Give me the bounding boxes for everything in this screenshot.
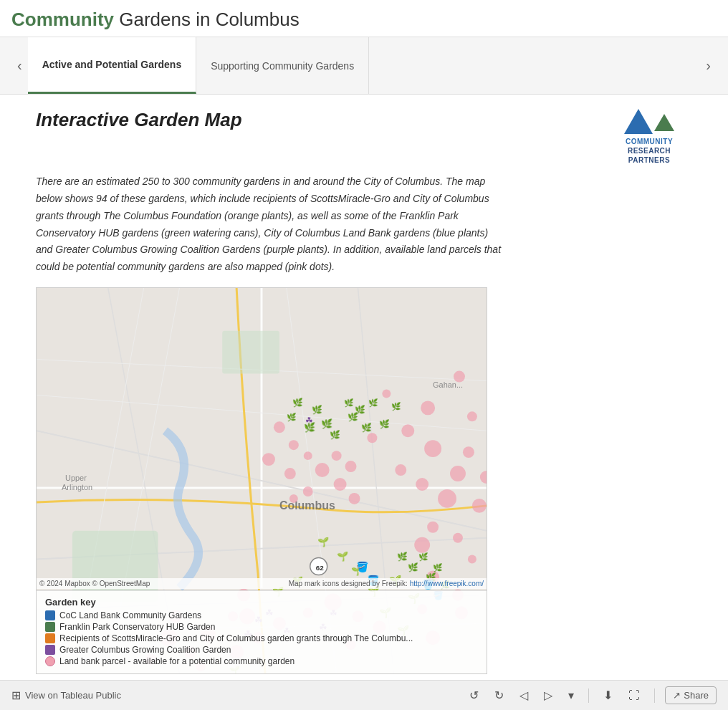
svg-text:🌿: 🌿: [292, 397, 303, 408]
svg-point-37: [427, 522, 439, 533]
redo-button[interactable]: ↻: [490, 686, 508, 705]
legend-label-1: Franklin Park Conservatory HUB Garden: [59, 622, 215, 632]
svg-point-64: [315, 463, 330, 477]
svg-point-63: [284, 468, 296, 479]
tab-prev-button[interactable]: ‹: [11, 37, 28, 94]
svg-text:🌿: 🌿: [408, 562, 418, 572]
svg-text:🌱: 🌱: [317, 537, 330, 548]
svg-point-39: [414, 537, 430, 553]
svg-text:🌿: 🌿: [418, 552, 428, 562]
link-orange-plants[interactable]: orange plants: [228, 210, 289, 221]
svg-text:🪣: 🪣: [357, 561, 370, 573]
legend-label-0: CoC Land Bank Community Gardens: [59, 610, 201, 620]
svg-point-33: [416, 478, 428, 491]
svg-point-70: [289, 494, 298, 503]
tab-active-gardens-label: Active and Potential Gardens: [42, 59, 182, 70]
footer-separator-1: [588, 689, 589, 703]
tab-active-gardens[interactable]: Active and Potential Gardens: [28, 37, 197, 94]
footer-view-tableau[interactable]: ⊞ View on Tableau Public: [11, 689, 121, 702]
link-purple-plants[interactable]: purple plants: [267, 244, 324, 255]
tab-next-button[interactable]: ›: [700, 37, 717, 94]
legend-dot-green: [45, 622, 55, 632]
footer-view-label: View on Tableau Public: [25, 690, 121, 701]
link-green-cans[interactable]: green watering cans: [165, 227, 255, 239]
logo-line2: RESEARCH: [626, 146, 673, 155]
page-header: Community Gardens in Columbus: [0, 0, 728, 37]
svg-text:Arlington: Arlington: [62, 483, 92, 491]
title-rest: Gardens in Columbus: [114, 9, 300, 30]
svg-text:🌿: 🌿: [287, 412, 297, 422]
svg-point-59: [274, 421, 285, 433]
svg-point-30: [463, 446, 474, 458]
link-pink-dots[interactable]: pink dots: [289, 261, 329, 272]
legend-label-4: Land bank parcel - available for a poten…: [59, 656, 294, 666]
svg-text:🌿: 🌿: [321, 418, 333, 430]
map-container[interactable]: Columbus Upper Arlington Gahan... 62: [36, 287, 487, 674]
svg-point-34: [395, 464, 406, 476]
tabs-container: Active and Potential Gardens Supporting …: [28, 37, 701, 94]
section-title: Interactive Garden Map: [36, 109, 242, 131]
svg-text:🌿: 🌿: [361, 422, 372, 433]
logo-triangle-green: [654, 114, 674, 131]
svg-point-40: [468, 555, 476, 564]
description-paragraph: There are an estimated 250 to 300 commun…: [36, 173, 502, 276]
logo-triangle-blue: [624, 109, 653, 134]
footer-separator-2: [654, 689, 655, 703]
svg-text:Columbus: Columbus: [279, 499, 335, 512]
svg-text:🌿: 🌿: [379, 418, 390, 429]
share-icon: ↗: [673, 690, 681, 701]
svg-point-31: [450, 466, 466, 481]
footer-bar: ⊞ View on Tableau Public ↺ ↻ ◁ ▷ ▾ ⬇ ⛶ ↗…: [0, 680, 728, 710]
link-blue-plants[interactable]: blue plants: [436, 227, 485, 239]
svg-text:🌿: 🌿: [391, 401, 401, 411]
content-header-row: Interactive Garden Map COMMUNITY RESEARC…: [36, 109, 692, 165]
legend-title: Garden key: [45, 597, 478, 608]
legend-dot-orange: [45, 633, 55, 643]
svg-point-23: [454, 371, 465, 383]
download-button[interactable]: ⬇: [599, 686, 617, 705]
svg-point-26: [467, 411, 477, 421]
svg-text:🌿: 🌿: [344, 398, 354, 408]
footer-right-controls: ↺ ↻ ◁ ▷ ▾ ⬇ ⛶ ↗ Share: [465, 686, 717, 705]
svg-text:🌿: 🌿: [355, 404, 365, 415]
logo-text: COMMUNITY RESEARCH PARTNERS: [626, 137, 673, 165]
svg-point-67: [334, 478, 347, 491]
forward-button[interactable]: ▷: [540, 686, 557, 705]
main-content: Interactive Garden Map COMMUNITY RESEARC…: [0, 95, 728, 710]
svg-point-35: [438, 489, 456, 508]
attribution-right: Map mark icons designed by Freepik: http…: [289, 580, 484, 587]
logo-triangles: [624, 109, 674, 134]
page-title: Community Gardens in Columbus: [11, 9, 717, 31]
legend-dot-blue: [45, 610, 55, 620]
svg-point-61: [262, 453, 275, 466]
legend-label-2: Recipients of ScottsMiracle-Gro and City…: [59, 633, 413, 643]
svg-point-65: [332, 451, 342, 461]
legend-dot-purple: [45, 645, 55, 655]
svg-point-25: [421, 400, 435, 415]
svg-point-28: [367, 433, 377, 443]
back-button[interactable]: ◁: [515, 686, 532, 705]
title-green-word: Community: [11, 9, 114, 30]
svg-text:🌿: 🌿: [368, 398, 378, 408]
fullscreen-button[interactable]: ⛶: [624, 686, 644, 705]
svg-point-60: [289, 440, 299, 450]
share-button[interactable]: ↗ Share: [665, 686, 717, 704]
more-button[interactable]: ▾: [564, 686, 578, 705]
tab-supporting-gardens-label: Supporting Community Gardens: [211, 60, 354, 72]
tab-supporting-gardens[interactable]: Supporting Community Gardens: [196, 37, 369, 94]
logo-line3: PARTNERS: [626, 155, 673, 165]
svg-point-38: [453, 533, 463, 543]
svg-text:🌿: 🌿: [312, 404, 322, 415]
svg-text:62: 62: [316, 564, 325, 572]
undo-button[interactable]: ↺: [465, 686, 483, 705]
svg-point-68: [349, 493, 360, 504]
svg-text:🌿: 🌿: [397, 551, 408, 562]
map-legend: Garden key CoC Land Bank Community Garde…: [37, 590, 487, 673]
svg-point-62: [304, 451, 312, 460]
svg-text:☘: ☘: [305, 416, 313, 426]
svg-text:🌿: 🌿: [330, 429, 340, 440]
freepik-text: Map mark icons designed by Freepik:: [289, 580, 408, 587]
logo-line1: COMMUNITY: [626, 137, 673, 146]
freepik-link[interactable]: http://www.freepik.com/: [410, 580, 484, 587]
desc-text-6: ).: [329, 261, 335, 272]
